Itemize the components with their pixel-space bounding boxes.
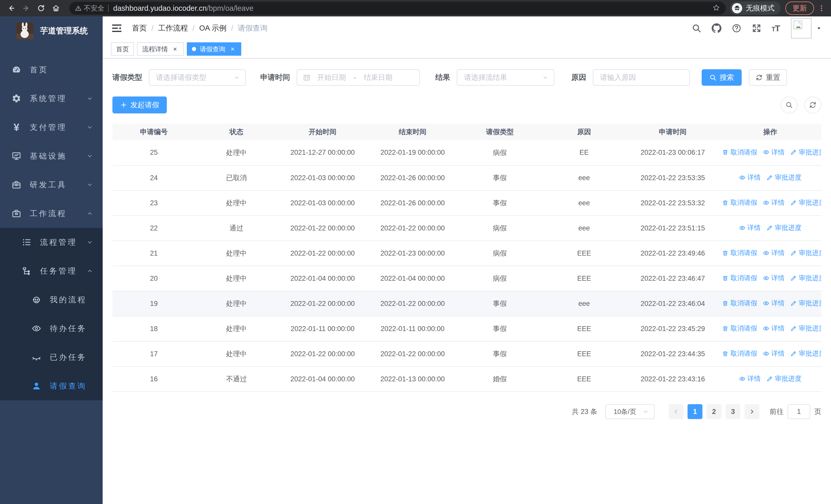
back-icon[interactable]: [6, 3, 17, 14]
edit-icon: [790, 275, 799, 281]
toggle-search-button[interactable]: [781, 96, 798, 113]
action-审批进度[interactable]: 审批进度: [766, 374, 801, 383]
search-icon[interactable]: [692, 23, 701, 33]
browser-update-button[interactable]: 更新: [785, 2, 814, 15]
action-审批进度[interactable]: 审批进度: [766, 223, 801, 232]
action-审批进度[interactable]: 审批进度: [790, 349, 821, 358]
sidebar-item-label: 流程管理: [40, 237, 77, 248]
home-icon[interactable]: [50, 3, 62, 14]
refresh-table-button[interactable]: [804, 96, 821, 113]
sidebar-menu: 首页系统管理¥支付管理基础设施研发工具工作流程流程管理任务管理我的流程待办任务已…: [0, 55, 103, 400]
sidebar-item-任务管理[interactable]: 任务管理: [0, 257, 103, 285]
sidebar-item-研发工具[interactable]: 研发工具: [0, 170, 103, 199]
action-取消请假[interactable]: 取消请假: [722, 148, 757, 157]
sidebar-item-请假查询[interactable]: 请假查询: [0, 372, 103, 400]
action-详情[interactable]: 详情: [763, 324, 784, 333]
cell-end_time: 2022-01-19 00:00:00: [368, 140, 458, 165]
sidebar-collapse-icon[interactable]: [111, 23, 122, 34]
action-详情[interactable]: 详情: [739, 374, 761, 383]
tab-流程详情[interactable]: 流程详情×: [137, 42, 184, 56]
sidebar-item-已办任务[interactable]: 已办任务: [0, 343, 103, 372]
sidebar-item-首页[interactable]: 首页: [0, 55, 103, 84]
action-审批进度[interactable]: 审批进度: [790, 198, 821, 207]
fullscreen-icon[interactable]: [752, 23, 762, 33]
cell-leave_type: 婚假: [458, 366, 542, 392]
page-button-3[interactable]: 3: [725, 404, 740, 419]
tab-close-icon[interactable]: ×: [171, 45, 179, 53]
cell-leave_type: 病假: [458, 266, 542, 291]
cell-leave_type: 事假: [458, 165, 542, 190]
github-icon[interactable]: [712, 23, 721, 33]
result-select[interactable]: 请选择流结果: [457, 69, 554, 86]
action-label: 取消请假: [730, 148, 757, 157]
page-size-select[interactable]: 10条/页: [605, 404, 655, 419]
next-page-button[interactable]: [745, 404, 760, 419]
action-详情[interactable]: 详情: [763, 349, 784, 358]
sidebar-item-待办任务[interactable]: 待办任务: [0, 314, 103, 343]
action-审批进度[interactable]: 审批进度: [790, 299, 821, 308]
action-取消请假[interactable]: 取消请假: [722, 248, 757, 257]
column-header-状态: 状态: [195, 124, 278, 140]
reason-input[interactable]: 请输入原因: [593, 69, 690, 86]
prev-page-button[interactable]: [668, 404, 683, 419]
url-bar[interactable]: 不安全 dashboard.yudao.iocoder.cn/bpm/oa/le…: [69, 2, 726, 14]
reset-button-label: 重置: [766, 72, 780, 82]
pagination-total: 共 23 条: [572, 407, 597, 416]
action-详情[interactable]: 详情: [739, 173, 761, 182]
browser-menu-icon[interactable]: [818, 4, 825, 12]
date-separator: -: [354, 73, 356, 82]
action-审批进度[interactable]: 审批进度: [790, 273, 821, 283]
help-icon[interactable]: [732, 23, 741, 33]
edit-icon: [766, 174, 775, 181]
leave-type-placeholder: 请选择请假类型: [156, 72, 206, 82]
sidebar-item-我的流程[interactable]: 我的流程: [0, 285, 103, 314]
action-详情[interactable]: 详情: [763, 198, 784, 207]
logo-row[interactable]: 芋道管理系统: [0, 17, 103, 45]
avatar[interactable]: [791, 18, 811, 38]
breadcrumb-item-工作流程[interactable]: 工作流程: [158, 23, 188, 33]
action-审批进度[interactable]: 审批进度: [790, 324, 821, 333]
table-row: 21处理中2022-01-22 00:00:002022-01-23 00:00…: [112, 241, 821, 266]
caret-down-icon[interactable]: [815, 25, 822, 32]
reload-icon[interactable]: [35, 3, 47, 14]
page-button-2[interactable]: 2: [707, 404, 721, 419]
forward-icon[interactable]: [21, 3, 32, 14]
action-取消请假[interactable]: 取消请假: [722, 273, 757, 283]
sidebar-item-工作流程[interactable]: 工作流程: [0, 199, 103, 228]
cell-start_time: 2022-01-22 00:00:00: [278, 291, 368, 316]
tab-close-icon[interactable]: ×: [229, 45, 236, 53]
table-row: 18处理中2022-01-11 00:00:002022-01-11 00:00…: [112, 316, 821, 341]
apply-time-range-picker[interactable]: 开始日期 - 结束日期: [297, 69, 420, 86]
sidebar-item-基础设施[interactable]: 基础设施: [0, 142, 103, 170]
action-取消请假[interactable]: 取消请假: [722, 299, 757, 308]
action-取消请假[interactable]: 取消请假: [722, 324, 757, 333]
breadcrumb-item-首页[interactable]: 首页: [132, 23, 147, 33]
reset-button[interactable]: 重置: [749, 69, 787, 86]
chevron-up-icon: [86, 267, 93, 274]
action-详情[interactable]: 详情: [763, 273, 784, 283]
search-button[interactable]: 搜索: [701, 69, 742, 86]
leave-type-select[interactable]: 请选择请假类型: [149, 69, 246, 86]
action-取消请假[interactable]: 取消请假: [722, 349, 757, 358]
page-button-1[interactable]: 1: [688, 404, 703, 419]
tab-首页[interactable]: 首页: [111, 42, 134, 56]
action-审批进度[interactable]: 审批进度: [790, 148, 821, 157]
action-审批进度[interactable]: 审批进度: [790, 248, 821, 257]
sidebar-item-label: 工作流程: [30, 208, 67, 219]
action-详情[interactable]: 详情: [763, 148, 784, 157]
action-审批进度[interactable]: 审批进度: [766, 173, 801, 182]
font-size-icon[interactable]: TT: [772, 23, 780, 33]
create-leave-label: 发起请假: [131, 100, 159, 110]
action-详情[interactable]: 详情: [739, 223, 761, 232]
bookmark-star-icon[interactable]: [712, 4, 720, 12]
sidebar-item-流程管理[interactable]: 流程管理: [0, 228, 103, 257]
action-取消请假[interactable]: 取消请假: [722, 198, 757, 207]
breadcrumb-item-OA 示例[interactable]: OA 示例: [199, 23, 226, 33]
goto-page-input[interactable]: [787, 404, 810, 419]
create-leave-button[interactable]: 发起请假: [112, 96, 167, 113]
action-详情[interactable]: 详情: [763, 299, 784, 308]
tab-请假查询[interactable]: 请假查询×: [187, 42, 241, 56]
action-详情[interactable]: 详情: [763, 248, 784, 257]
sidebar-item-系统管理[interactable]: 系统管理: [0, 84, 103, 113]
sidebar-item-支付管理[interactable]: ¥支付管理: [0, 113, 103, 142]
